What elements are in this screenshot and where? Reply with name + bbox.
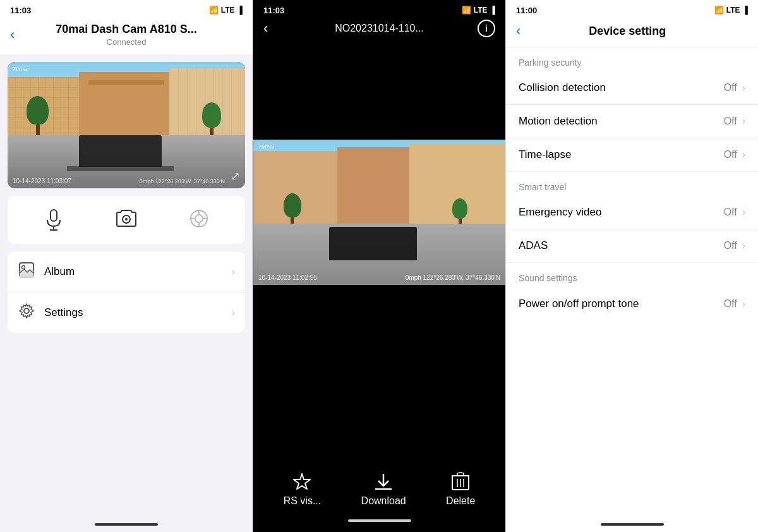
settings-title: Device setting [528,25,726,38]
target-button[interactable] [189,209,209,231]
expand-button[interactable]: ⤢ [231,169,240,183]
emergency-video-value: Off [724,207,737,218]
motion-detection-name: Motion detection [519,115,724,128]
rs-vis-button[interactable]: RS vis... [284,471,322,507]
home-indicator-1 [0,512,253,532]
panel1-header: ‹ 70mai Dash Cam A810 S... Connected [0,18,253,54]
battery-icon: ▐ [237,6,243,15]
home-bar-1 [95,523,158,526]
signal-icon: LTE [221,6,235,15]
video-title: NO20231014-110... [335,23,424,34]
preview-scene: 70mai 10-14-2023 11:03:07 0mph 122°26.28… [8,62,245,188]
panel-video-player: 11:03 📶 LTE ▐ ‹ NO20231014-110... i [253,0,505,532]
album-menu-item[interactable]: Album › [8,251,245,293]
svg-point-13 [22,266,25,269]
video-overlay-date: 10-14-2023 11:02:55 [258,274,317,281]
timelapse-name: Time-lapse [519,148,724,161]
status-bar-2: 11:03 📶 LTE ▐ [253,0,505,18]
home-bar-3 [601,523,664,526]
power-prompt-item[interactable]: Power on/off prompt tone Off › [506,287,758,321]
section-label-smart: Smart travel [506,172,758,196]
watermark: 70mai [13,66,29,72]
settings-menu-item[interactable]: Settings › [8,293,245,333]
bottom-actions: RS vis... Download [253,469,505,509]
rs-vis-label: RS vis... [284,495,322,507]
battery-icon-2: ▐ [490,6,495,15]
mic-button[interactable] [44,209,64,231]
home-indicator-3 [506,512,758,532]
cam-overlay-date: 10-14-2023 11:03:07 [13,178,71,184]
back-button-2[interactable]: ‹ [263,20,268,37]
signal-icon-3: LTE [726,6,740,15]
panel-device-settings: 11:00 📶 LTE ▐ ‹ Device setting Parking s… [505,0,758,532]
panel2-bottom: RS vis... Download [253,461,505,532]
settings-label: Settings [44,306,232,319]
delete-button[interactable]: Delete [446,471,475,507]
battery-icon-3: ▐ [742,6,748,15]
settings-icon [18,303,35,323]
settings-arrow: › [232,307,235,318]
panel2-content: 11:03 📶 LTE ▐ ‹ NO20231014-110... i [253,0,505,532]
status-time-1: 11:03 [10,6,31,15]
video-middle: 70mai 10-14-2023 11:02:55 0mph 122°26.28… [253,140,505,285]
device-title: 70mai Dash Cam A810 S... [56,23,196,36]
video-frame: 70mai 10-14-2023 11:02:55 0mph 122°26.28… [253,140,505,285]
wifi-icon-2: 📶 [462,6,471,15]
mic-icon [44,209,64,231]
status-bar-3: 11:00 📶 LTE ▐ [506,0,758,18]
emergency-video-name: Emergency video [519,206,724,219]
adas-value: Off [724,240,737,251]
back-button-3[interactable]: ‹ [516,23,520,39]
svg-rect-0 [51,210,57,221]
status-icons-1: 📶 LTE ▐ [209,6,243,15]
car-body [79,135,162,167]
panel-main-camera: 11:03 📶 LTE ▐ ‹ 70mai Dash Cam A810 S...… [0,0,253,532]
timelapse-item[interactable]: Time-lapse Off › [506,138,758,172]
star-icon [291,471,313,493]
settings-list: Parking security Collision detection Off… [506,47,758,321]
trash-icon [451,471,470,493]
tree-right [202,102,221,140]
collision-detection-item[interactable]: Collision detection Off › [506,71,758,105]
timelapse-arrow: › [742,149,745,160]
download-button[interactable]: Download [361,471,406,507]
download-icon [373,471,394,493]
video-areas: 70mai 10-14-2023 11:02:55 0mph 122°26.28… [253,42,505,532]
motion-detection-value: Off [724,116,737,127]
adas-name: ADAS [519,239,724,252]
header-text-group-1: 70mai Dash Cam A810 S... Connected [56,23,196,47]
adas-item[interactable]: ADAS Off › [506,229,758,263]
motion-detection-arrow: › [742,116,745,127]
panel2-header: ‹ NO20231014-110... i [253,18,505,42]
video-watermark: 70mai [258,143,275,150]
svg-point-4 [125,218,128,221]
album-arrow: › [232,266,235,277]
home-bar-2 [348,519,411,522]
snapshot-button[interactable] [116,209,137,231]
collision-detection-arrow: › [742,82,745,94]
status-bar-1: 11:03 📶 LTE ▐ [0,0,253,18]
controls-row [8,196,245,244]
camera-preview[interactable]: 70mai 10-14-2023 11:03:07 0mph 122°26.28… [8,62,245,188]
video-top-black [253,42,505,140]
info-button[interactable]: i [478,20,495,37]
download-label: Download [361,495,406,507]
emergency-video-arrow: › [742,207,745,218]
motion-detection-item[interactable]: Motion detection Off › [506,105,758,138]
status-time-3: 11:00 [516,6,537,15]
collision-detection-name: Collision detection [519,82,724,94]
adas-arrow: › [742,240,745,251]
video-car [329,227,418,260]
power-prompt-arrow: › [742,298,745,310]
back-button-1[interactable]: ‹ [10,27,15,43]
emergency-video-item[interactable]: Emergency video Off › [506,196,758,229]
power-prompt-name: Power on/off prompt tone [519,297,724,311]
svg-point-6 [195,215,203,222]
panel3-header: ‹ Device setting [506,18,758,47]
video-overlay-coords: 0mph 122°26.283'W, 37°46.330'N [406,274,500,281]
power-prompt-value: Off [724,298,737,310]
timelapse-value: Off [724,149,737,160]
connection-status: Connected [107,37,147,47]
status-icons-2: 📶 LTE ▐ [462,6,495,15]
wifi-icon: 📶 [209,6,219,15]
